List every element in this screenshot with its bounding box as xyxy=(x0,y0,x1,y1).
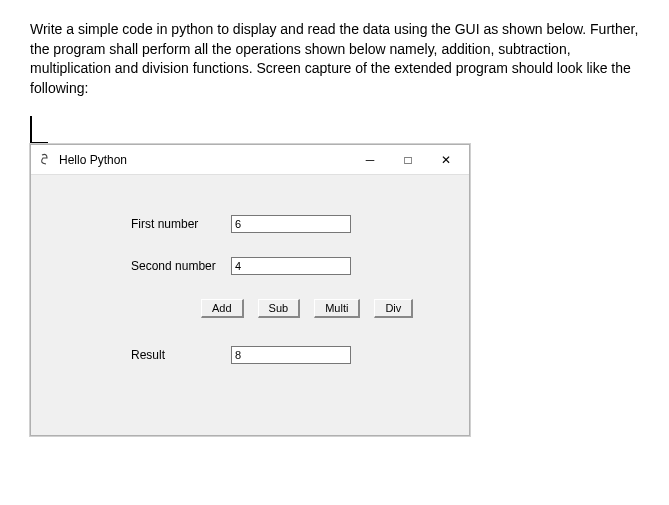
window-controls: ─ □ ✕ xyxy=(351,146,465,174)
close-button[interactable]: ✕ xyxy=(427,146,465,174)
result-input[interactable] xyxy=(231,346,351,364)
button-row: Add Sub Multi Div xyxy=(201,299,439,318)
app-window: Hello Python ─ □ ✕ First number Second n… xyxy=(30,144,470,436)
window-title: Hello Python xyxy=(59,153,351,167)
multi-button[interactable]: Multi xyxy=(314,299,360,318)
client-area: First number Second number Add Sub Multi… xyxy=(31,175,469,435)
minimize-button[interactable]: ─ xyxy=(351,146,389,174)
instruction-text: Write a simple code in python to display… xyxy=(30,20,639,98)
div-button[interactable]: Div xyxy=(374,299,413,318)
second-number-input[interactable] xyxy=(231,257,351,275)
add-button[interactable]: Add xyxy=(201,299,244,318)
sub-button[interactable]: Sub xyxy=(258,299,301,318)
second-number-label: Second number xyxy=(131,259,231,273)
second-number-row: Second number xyxy=(131,257,439,275)
first-number-input[interactable] xyxy=(231,215,351,233)
maximize-button[interactable]: □ xyxy=(389,146,427,174)
cursor-marker xyxy=(30,116,48,144)
result-label: Result xyxy=(131,348,231,362)
first-number-label: First number xyxy=(131,217,231,231)
titlebar: Hello Python ─ □ ✕ xyxy=(31,145,469,175)
first-number-row: First number xyxy=(131,215,439,233)
result-row: Result xyxy=(131,346,439,364)
app-icon xyxy=(39,153,53,167)
